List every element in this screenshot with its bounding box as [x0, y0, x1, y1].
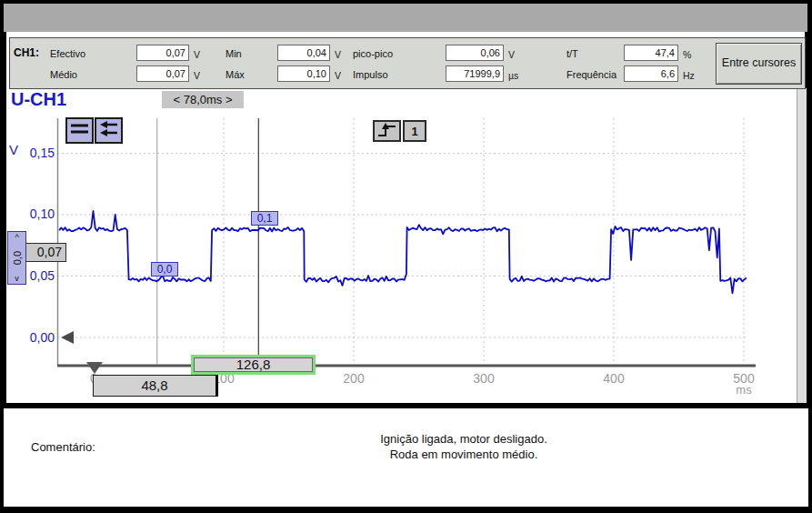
entre-cursores-button[interactable]: Entre cursores: [716, 43, 802, 85]
trigger-toolbar: 1: [373, 120, 426, 142]
horizontal-lines-icon: [68, 118, 91, 143]
x-tick-400: 400: [586, 371, 641, 386]
measure-value-impulso: 71999,9: [446, 65, 504, 82]
comment-line-1: Ignição ligada, motor desligado.: [236, 431, 691, 447]
measure-unit-efectivo: V: [194, 49, 200, 60]
measure-label-medio: Médio: [50, 69, 77, 80]
measure-label-frequencia: Frequência: [566, 69, 617, 80]
cursor2-time-box[interactable]: 126,8: [191, 355, 316, 375]
y-axis-unit: V: [9, 142, 18, 157]
ground-level-marker-icon[interactable]: [61, 331, 74, 344]
offset-spinner: ^ 0,0 v: [7, 231, 26, 285]
measure-unit-min: V: [335, 49, 341, 60]
double-left-arrow-icon: [97, 118, 120, 143]
comment-text: Ignição ligada, motor desligado. Roda em…: [236, 431, 691, 462]
y-tick-015: 0,15: [18, 146, 55, 160]
signal-lines-button[interactable]: [65, 117, 94, 144]
offset-readout: 0,07: [23, 243, 66, 262]
scroll-back-button[interactable]: [95, 117, 123, 144]
measure-value-frequencia: 6,6: [624, 65, 678, 82]
measure-value-efectivo: 0,07: [136, 45, 189, 61]
spinner-down-icon[interactable]: v: [15, 273, 19, 284]
comment-label: Comentário:: [31, 440, 95, 454]
spinner-value: 0,0: [12, 251, 23, 265]
oscilloscope-window: CH1: Efectivo 0,07 V Médio 0,07 V Min 0,…: [0, 0, 812, 513]
cursor1-value-tag: 0,0: [151, 262, 178, 277]
right-edge-strip: [797, 88, 807, 403]
title-bar: [4, 4, 807, 32]
trigger-channel-button[interactable]: 1: [403, 120, 426, 142]
trigger-edge-button[interactable]: [373, 120, 401, 142]
measure-unit-t-sobre-T: %: [683, 49, 691, 60]
measure-unit-frequencia: Hz: [683, 70, 695, 81]
measure-label-impulso: Impulso: [353, 69, 388, 80]
measure-label-efectivo: Efectivo: [50, 48, 85, 59]
measure-label-max: Máx: [226, 69, 245, 80]
x-axis-unit: ms: [717, 383, 771, 397]
x-tick-200: 200: [326, 371, 381, 386]
timebase-control[interactable]: < 78,0ms >: [162, 91, 244, 108]
measure-value-min: 0,04: [277, 45, 330, 61]
comment-line-2: Roda em movimento médio.: [236, 447, 691, 462]
measure-unit-impulso: µs: [508, 70, 518, 81]
x-tick-300: 300: [456, 371, 511, 386]
measure-unit-medio: V: [194, 70, 200, 81]
measure-label-pico-pico: pico-pico: [353, 48, 393, 59]
y-tick-000: 0,00: [18, 330, 55, 345]
measure-value-t-sobre-T: 47,4: [624, 45, 678, 61]
measure-label-min: Min: [226, 48, 242, 59]
y-tick-010: 0,10: [18, 206, 55, 221]
measure-value-medio: 0,07: [136, 65, 189, 82]
measure-label-t-sobre-T: t/T: [566, 48, 578, 59]
measure-value-max: 0,10: [277, 65, 330, 82]
spinner-up-icon[interactable]: ^: [15, 232, 18, 243]
cursor2-value-tag: 0,1: [251, 211, 278, 226]
cursor1-time-box[interactable]: 48,8: [93, 375, 218, 397]
trigger-position-marker-icon[interactable]: [86, 362, 103, 374]
measurements-panel: [9, 37, 806, 89]
channel-toolbar: [65, 117, 123, 144]
channel-title: U-CH1: [11, 89, 66, 110]
measure-unit-max: V: [335, 70, 341, 81]
measure-value-pico-pico: 0,06: [446, 45, 504, 61]
channel-label: CH1:: [14, 46, 39, 59]
rising-edge-icon: [376, 121, 398, 142]
measure-unit-pico-pico: V: [508, 49, 515, 60]
